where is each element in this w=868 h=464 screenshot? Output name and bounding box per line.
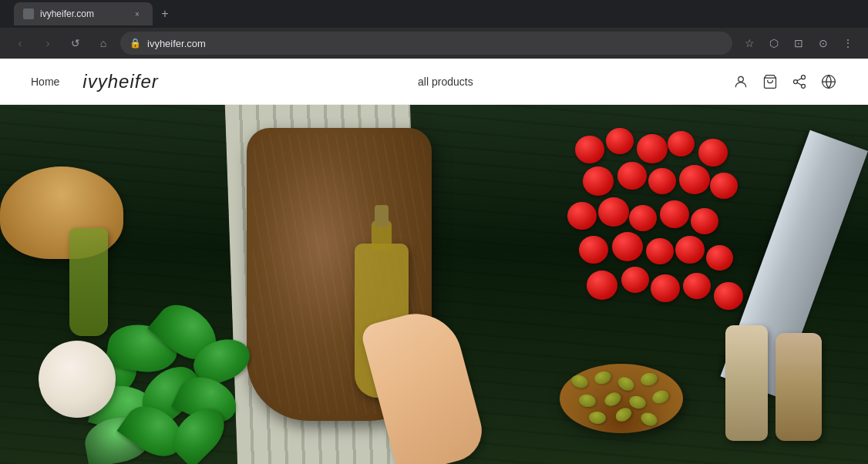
svg-point-0 (738, 76, 744, 82)
home-button[interactable]: ⌂ (93, 32, 114, 54)
svg-point-2 (801, 75, 805, 79)
salt-grinder (775, 333, 822, 441)
new-tab-button[interactable]: + (156, 5, 174, 23)
browser-toolbar-right: ☆ ⬡ ⊡ ⊙ ⋮ (738, 32, 859, 54)
account-icon[interactable] (732, 73, 749, 90)
nav-left: Home ivyheifer (31, 71, 159, 92)
pepper-grinder (725, 325, 768, 441)
hero-image (0, 105, 868, 464)
browser-chrome: ivyheifer.com × + ‹ › ↺ ⌂ 🔒 ivyheifer.co… (0, 0, 868, 59)
extensions-button[interactable]: ⬡ (763, 32, 785, 54)
wishlist-icon[interactable] (791, 73, 808, 90)
svg-line-6 (797, 78, 802, 80)
nav-center: all products (418, 76, 473, 88)
tab-title: ivyheifer.com (40, 8, 125, 19)
tab-favicon (23, 8, 34, 19)
nav-home-link[interactable]: Home (31, 76, 59, 88)
back-button[interactable]: ‹ (9, 32, 31, 54)
url-text: ivyheifer.com (147, 38, 723, 49)
site-navigation: Home ivyheifer all products (0, 59, 868, 105)
onion (39, 341, 116, 418)
lock-icon: 🔒 (130, 38, 141, 49)
tab-close-button[interactable]: × (131, 8, 143, 20)
svg-line-5 (797, 82, 802, 85)
tab-bar: ivyheifer.com × + (0, 0, 868, 28)
hero-section (0, 105, 868, 464)
forward-button[interactable]: › (37, 32, 59, 54)
active-tab[interactable]: ivyheifer.com × (14, 2, 153, 25)
menu-button[interactable]: ⋮ (837, 32, 859, 54)
url-bar[interactable]: 🔒 ivyheifer.com (120, 32, 732, 55)
svg-point-4 (801, 84, 805, 88)
camera-button[interactable]: ⊡ (788, 32, 809, 54)
nav-all-products-link[interactable]: all products (418, 76, 473, 88)
svg-point-3 (793, 79, 797, 83)
reload-button[interactable]: ↺ (65, 32, 86, 54)
olive-bowl (560, 364, 683, 433)
address-bar: ‹ › ↺ ⌂ 🔒 ivyheifer.com ☆ ⬡ ⊡ ⊙ ⋮ (0, 28, 868, 59)
cart-icon[interactable] (762, 73, 779, 90)
nav-icons (732, 73, 837, 90)
site-logo[interactable]: ivyheifer (82, 71, 158, 92)
profile-button[interactable]: ⊙ (812, 32, 834, 54)
language-icon[interactable] (820, 73, 837, 90)
star-button[interactable]: ☆ (738, 32, 760, 54)
website: Home ivyheifer all products (0, 59, 868, 464)
